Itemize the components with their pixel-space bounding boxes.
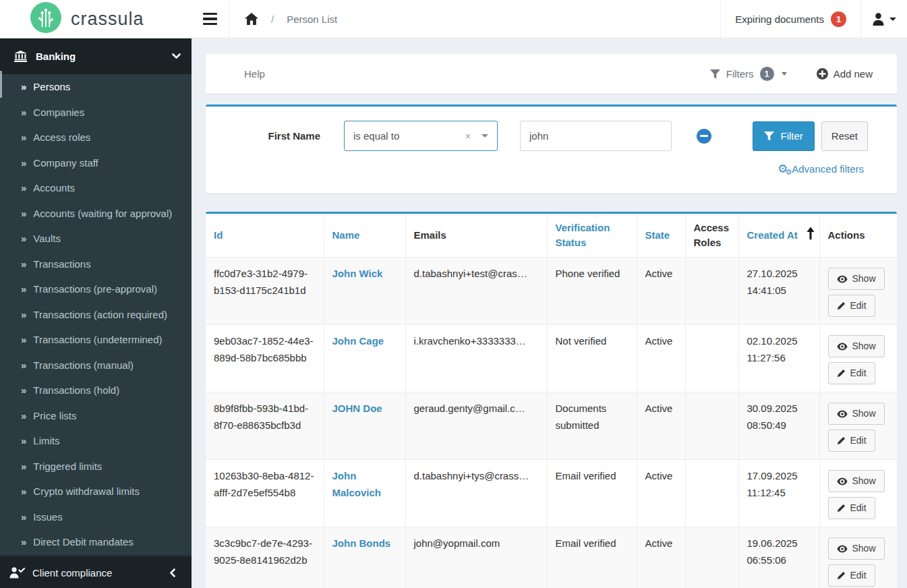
reset-button[interactable]: Reset — [821, 121, 868, 151]
sidebar-item[interactable]: » Transactions (undetermined) — [0, 327, 192, 353]
filter-field-label: First Name — [206, 130, 320, 142]
operator-selected-value: is equal to — [353, 130, 399, 142]
person-name-link[interactable]: John Cage — [332, 335, 384, 347]
cell-actions: Show Edit — [819, 460, 897, 527]
person-name-link[interactable]: JOHN Doe — [332, 403, 382, 414]
clear-selection-icon[interactable]: × — [459, 131, 477, 142]
sidebar-item[interactable]: » Transactions (pre-approval) — [0, 276, 192, 302]
sidebar-item[interactable]: » Transactions (hold) — [0, 378, 192, 403]
sidebar-footer-label: Client compliance — [32, 567, 112, 579]
sidebar-item[interactable]: » Transactions — [0, 252, 192, 277]
chevron-left-icon — [169, 568, 175, 577]
sidebar-item[interactable]: » Triggered limits — [0, 454, 192, 479]
user-icon — [873, 13, 884, 26]
sidebar-item[interactable]: » Companies — [0, 100, 192, 125]
table-row: 9eb03ac7-1852-44e3-889d-58b7bc685bbb Joh… — [206, 325, 897, 392]
add-new-button[interactable]: Add new — [817, 68, 873, 80]
sidebar-item-label: Direct Debit mandates — [33, 535, 133, 550]
toolbar-card: Help Filters 1 Add new — [206, 54, 897, 94]
sidebar-item-label: Issues — [33, 510, 62, 525]
sidebar-item[interactable]: » Limits — [0, 428, 192, 454]
sidebar-item[interactable]: » Transactions (action required) — [0, 302, 192, 328]
cell-state: Active — [637, 325, 685, 392]
advanced-filters-link[interactable]: ⚙⚙ Advanced filters — [778, 163, 864, 175]
filters-dropdown[interactable]: Filters 1 — [710, 67, 787, 81]
double-chevron-right-icon: » — [21, 181, 26, 196]
cell-name: John Cage — [324, 325, 405, 392]
column-header-created-at[interactable]: Created At — [738, 214, 819, 258]
app-logo[interactable]: crassula — [0, 0, 192, 38]
cell-created-at: 27.10.2025 14:41:05 — [738, 258, 819, 325]
sidebar-item[interactable]: » Accounts (waiting for approval) — [0, 201, 192, 227]
sidebar-item-label: Transactions (pre-approval) — [33, 282, 157, 297]
show-button[interactable]: Show — [828, 403, 885, 425]
sidebar-section-banking[interactable]: Banking — [0, 38, 192, 74]
sidebar-item[interactable]: » Crypto withdrawal limits — [0, 479, 192, 504]
sidebar-item[interactable]: » Accounts — [0, 175, 192, 201]
cell-id: 10263b30-8eba-4812-afff-2d7e5ef554b8 — [206, 460, 324, 527]
sidebar-item[interactable]: » Access roles — [0, 125, 192, 150]
sidebar-item[interactable]: » Persons — [0, 74, 192, 100]
edit-button[interactable]: Edit — [828, 430, 875, 452]
sidebar-item[interactable]: » Issues — [0, 504, 192, 530]
cell-state: Active — [637, 258, 685, 325]
sidebar-item-label: Limits — [33, 434, 59, 448]
cell-email: d.tabashnyi+test@cras… — [405, 258, 547, 325]
show-button[interactable]: Show — [828, 335, 885, 357]
edit-button[interactable]: Edit — [828, 564, 875, 587]
column-header-access-roles: Access Roles — [685, 214, 738, 258]
sidebar-section-client-compliance[interactable]: Client compliance — [0, 557, 192, 588]
table-row: 8b9f8fbb-593b-41bd-8f70-e88635bcfb3d JOH… — [206, 392, 897, 460]
person-name-link[interactable]: John Malcovich — [332, 470, 382, 498]
expiring-documents-link[interactable]: Expiring documents 1 — [720, 0, 861, 38]
sidebar-item[interactable]: » Transactions (manual) — [0, 353, 192, 378]
cell-created-at: 17.09.2025 11:12:45 — [738, 460, 819, 527]
sidebar-item[interactable]: » Price lists — [0, 403, 192, 429]
edit-button[interactable]: Edit — [828, 295, 875, 317]
person-name-link[interactable]: John Wick — [332, 268, 383, 279]
filter-button[interactable]: Filter — [753, 121, 814, 151]
person-name-link[interactable]: John Bonds — [332, 537, 391, 549]
column-header-id[interactable]: Id — [206, 214, 324, 258]
cell-state: Active — [637, 460, 685, 527]
double-chevron-right-icon: » — [21, 105, 26, 120]
brand-name: crassula — [71, 9, 144, 30]
operator-select[interactable]: is equal to × — [344, 121, 498, 151]
show-button[interactable]: Show — [828, 537, 885, 560]
sidebar-item[interactable]: » Vaults — [0, 226, 192, 252]
column-header-verification-status[interactable]: Verification Status — [547, 214, 637, 258]
filter-value-input[interactable] — [520, 121, 672, 151]
filter-panel: First Name is equal to × Filter Reset — [206, 105, 897, 194]
show-button[interactable]: Show — [828, 268, 885, 290]
cell-access-roles — [685, 527, 738, 588]
column-header-state[interactable]: State — [637, 214, 685, 258]
column-header-name[interactable]: Name — [324, 214, 405, 258]
cell-access-roles — [685, 460, 738, 527]
edit-button[interactable]: Edit — [828, 362, 875, 384]
double-chevron-right-icon: » — [21, 332, 26, 347]
sidebar-item[interactable]: » Direct Debit mandates — [0, 529, 192, 555]
expiring-documents-badge: 1 — [831, 11, 846, 27]
add-new-label: Add new — [833, 68, 873, 80]
double-chevron-right-icon: » — [21, 206, 26, 221]
home-icon[interactable] — [245, 13, 258, 25]
sidebar-scrollbar-thumb[interactable] — [0, 71, 2, 98]
sidebar-item[interactable]: » Company staff — [0, 150, 192, 176]
edit-button[interactable]: Edit — [828, 497, 875, 519]
sidebar-toggle-button[interactable] — [192, 0, 229, 38]
pencil-icon — [837, 436, 846, 445]
cell-state: Active — [637, 527, 685, 588]
cell-name: John Malcovich — [324, 460, 405, 527]
column-header-actions: Actions — [819, 214, 897, 258]
user-menu[interactable] — [861, 0, 907, 38]
pencil-icon — [837, 369, 846, 378]
cell-email: john@yopmail.com — [405, 527, 547, 588]
sidebar-item-label: Companies — [33, 105, 84, 120]
sidebar-item-label: Vaults — [33, 231, 61, 246]
remove-filter-button[interactable] — [697, 129, 711, 144]
bank-icon — [14, 51, 27, 62]
help-link[interactable]: Help — [244, 68, 265, 80]
show-button[interactable]: Show — [828, 470, 885, 492]
cell-access-roles — [685, 325, 738, 392]
persons-table: Id Name Emails Verification Status State… — [206, 214, 897, 588]
